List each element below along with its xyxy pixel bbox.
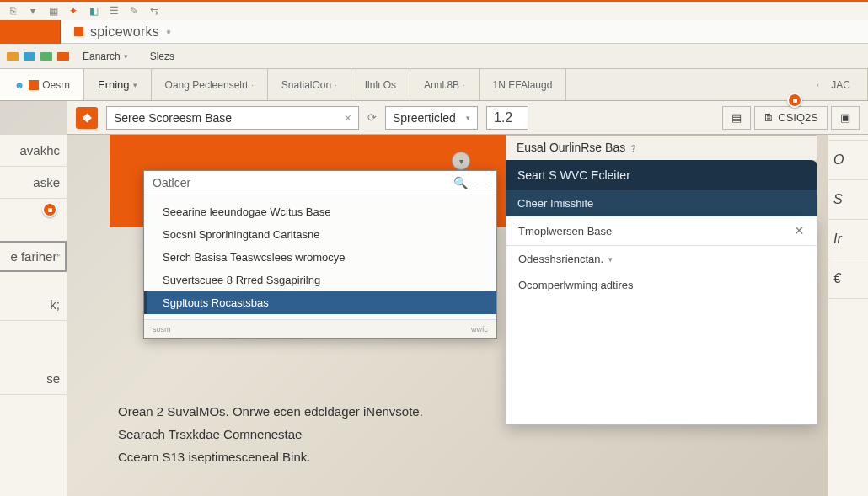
search-dropdown: Oatlcer 🔍 — Seearine leeundogae Wcitus B… (143, 170, 497, 339)
tool-btn-3[interactable]: ▣ (831, 106, 860, 130)
menu-slezs-label: Slezs (150, 51, 174, 62)
tab-annl[interactable]: Annl.8B · (410, 69, 480, 100)
dot-sep-icon: · (463, 81, 465, 89)
dropdown-item-1[interactable]: Socsnl Sproriningtand Caritasne (144, 223, 496, 246)
orange-swatch-icon (29, 80, 39, 90)
info-panel-row-3[interactable]: Ocomperlwming adtires (506, 272, 817, 298)
doc-icon[interactable]: ⎘ (7, 5, 19, 17)
chip3-icon[interactable] (40, 52, 52, 61)
count-value: 1.2 (494, 110, 512, 125)
dropdown-header-label: Oatlcer (153, 176, 190, 189)
content-area: ❖ Seree Scoreesm Base × ⟳ Spreerticled ▾… (67, 101, 868, 496)
sidebar-item-fariher[interactable]: e fariher" (0, 241, 67, 272)
chevron-down-icon: ▾ (133, 81, 137, 89)
window-icon: ▣ (840, 111, 850, 124)
info-panel-spacer (506, 298, 817, 424)
logo-orange-tab[interactable] (0, 20, 61, 44)
action2-icon[interactable]: ◧ (88, 5, 99, 17)
chip1-icon[interactable] (7, 52, 19, 61)
dropdown-footer: sosm wwíc (144, 319, 496, 338)
layers-icon: ▤ (731, 111, 742, 124)
toolbar-top: ⎘ ▾ ▦ ✦ ◧ ☰ ✎ ⇆ (0, 0, 868, 20)
filter-input[interactable]: Spreerticled ▾ (385, 106, 478, 130)
action5-icon[interactable]: ⇆ (148, 5, 160, 17)
tab-snatial[interactable]: SnatialOon · (268, 69, 351, 100)
dropdown-item-2[interactable]: Serch Basisa Teaswcslees wromocye (144, 246, 496, 269)
tab-oang-label: Oang Pecleenselrt (165, 79, 249, 91)
dropdown-footer-right: wwíc (471, 325, 488, 333)
sidebar-item-avakhc[interactable]: avakhc (0, 135, 67, 167)
chip2-icon[interactable] (24, 52, 35, 61)
tool-btn-1[interactable]: ▤ (722, 106, 751, 130)
person-icon: ☻ (13, 79, 25, 91)
sidebar-item-aske[interactable]: aske (0, 167, 67, 199)
action3-icon[interactable]: ☰ (108, 5, 120, 17)
dropdown-footer-left: sosm (153, 325, 171, 333)
tab-jac-label: JAC (831, 79, 850, 91)
tab-efal[interactable]: 1N EFAlaugd (480, 69, 567, 100)
doc-icon: 🗎 (764, 111, 774, 124)
sidebar-label-3: e fariher (10, 249, 56, 264)
dropdown-item-0[interactable]: Seearine leeundogae Wcitus Base (144, 200, 496, 223)
info-panel: Eusal OurlinRse Bas ？ Seart S WVC Ecleit… (506, 135, 817, 425)
action1-icon[interactable]: ✦ (67, 5, 79, 17)
tab-annl-label: Annl.8B (424, 79, 459, 91)
tab-jac[interactable]: › JAC (566, 69, 868, 100)
tab-erning[interactable]: Erning ▾ (84, 69, 152, 100)
sidebar-item-se[interactable]: se (0, 363, 67, 395)
search-icon[interactable]: 🔍 (453, 176, 468, 189)
help-icon[interactable]: ？ (629, 143, 638, 153)
grid-icon[interactable]: ▦ (47, 5, 59, 17)
tab-inli[interactable]: Ilnlı Os (351, 69, 410, 100)
left-sidebar: avakhc aske e fariher" k; se (0, 135, 67, 496)
body-p3: Ccearn S13 iseptimesceneal Bink. (118, 450, 817, 464)
filter-value: Spreerticled (393, 111, 456, 125)
info-row3-label: Ocomperlwming adtires (518, 279, 634, 291)
tool-btn-csiq[interactable]: 🗎 CSIQ2S (754, 106, 828, 130)
info-panel-row-2[interactable]: Odesshsrienctan. ▾ (506, 246, 817, 272)
dropdown-item-4[interactable]: Sgpltouts Rocastsbas (144, 291, 496, 314)
info-panel-subheader[interactable]: Cheer Imisshite (506, 190, 817, 216)
close-icon[interactable]: ✕ (794, 223, 805, 238)
caret-icon[interactable]: ▾ (27, 5, 39, 17)
sidebar-label-4: k; (50, 297, 60, 312)
chevron-down-icon: ▾ (124, 52, 128, 61)
banner-collapse-button[interactable]: ▾ (452, 152, 470, 170)
info-panel-header-label: Seart S WVC Ecleiter (517, 168, 630, 182)
menu-eanarch[interactable]: Eanarch ▾ (74, 47, 137, 66)
info-row2-label: Odesshsrienctan. (518, 253, 603, 265)
logo-square-icon (74, 27, 83, 36)
dropdown-header[interactable]: Oatlcer 🔍 — (144, 171, 496, 195)
chevron-right-icon: › (817, 81, 819, 89)
dropdown-list: Seearine leeundogae Wcitus Base Socsnl S… (144, 195, 496, 319)
chip4-icon[interactable] (57, 52, 69, 61)
refresh-icon[interactable]: ⟳ (367, 111, 377, 124)
dropdown-item-3[interactable]: Suvertscuee 8 Rrred Ssgapirilng (144, 269, 496, 291)
address-bar: ❖ Seree Scoreesm Base × ⟳ Spreerticled ▾… (67, 101, 868, 135)
sidebar-item-k[interactable]: k; (0, 289, 67, 321)
notification-dot[interactable] (787, 93, 802, 108)
main-search-value: Seree Scoreesm Base (114, 111, 232, 125)
toolbar-row3: ☻ Oesrn Erning ▾ Oang Pecleenselrt · Sna… (0, 69, 868, 101)
logo-dot-icon: • (166, 24, 171, 40)
minimize-icon[interactable]: — (476, 176, 488, 189)
action4-icon[interactable]: ✎ (128, 5, 140, 17)
tab-erning-label: Erning (98, 78, 130, 91)
logo-area: spiceworks • (61, 20, 868, 44)
clear-icon[interactable]: × (345, 111, 351, 125)
chip-oesrn[interactable]: ☻ Oesrn (0, 69, 84, 100)
tool-btn-csiq-label: CSIQ2S (778, 111, 818, 124)
app-icon[interactable]: ❖ (76, 107, 98, 129)
tab-snatial-label: SnatialOon (281, 79, 331, 91)
menu-slezs[interactable]: Slezs (142, 47, 183, 66)
info-panel-body: Tmoplwersen Base ✕ Odesshsrienctan. ▾ Oc… (506, 216, 817, 425)
info-panel-header[interactable]: Seart S WVC Ecleiter (506, 160, 817, 190)
main-search-input[interactable]: Seree Scoreesm Base × (106, 106, 359, 130)
info-panel-prehead: Eusal OurlinRse Bas ？ (506, 135, 817, 160)
sidebar-dot-badge[interactable] (42, 202, 57, 217)
body-p2: Searach Trsxkdae Comnenestae (118, 427, 817, 441)
sidebar-label-2: aske (33, 175, 60, 189)
info-panel-row-1[interactable]: Tmoplwersen Base ✕ (506, 216, 817, 246)
tab-oang[interactable]: Oang Pecleenselrt · (152, 69, 268, 100)
count-field[interactable]: 1.2 (486, 106, 528, 130)
